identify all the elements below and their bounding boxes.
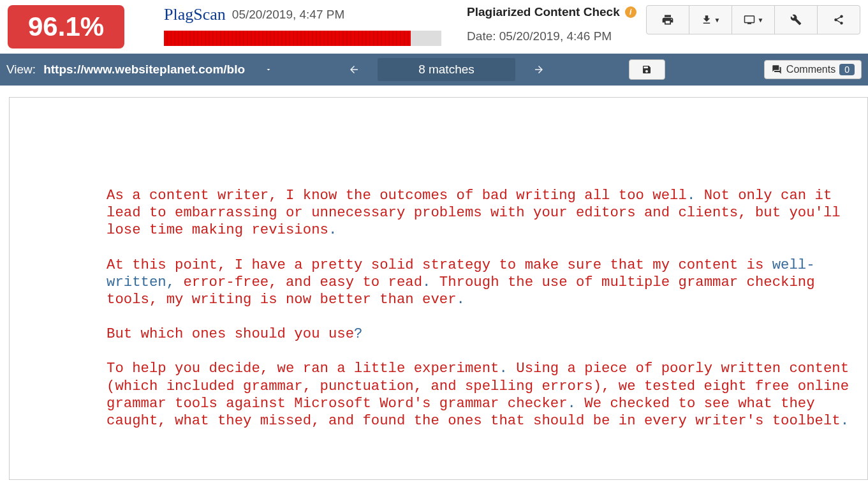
- title-column: Plagiarized Content Check i Date: 05/20/…: [467, 5, 636, 43]
- scan-timestamp: 05/20/2019, 4:47 PM: [232, 8, 344, 22]
- matches-button[interactable]: 8 matches: [378, 58, 515, 81]
- neutral-text[interactable]: .: [328, 221, 337, 238]
- plagiarized-text[interactable]: error-free, and easy to read: [175, 274, 422, 290]
- share-icon: [833, 14, 844, 26]
- paragraph: But which ones should you use?: [107, 325, 855, 343]
- action-toolbar: ▼ ▼: [646, 5, 860, 34]
- comments-count-badge: 0: [839, 64, 855, 75]
- document-area: As a content writer, I know the outcomes…: [0, 86, 868, 480]
- neutral-text[interactable]: ?: [354, 325, 362, 342]
- neutral-text[interactable]: .: [499, 360, 508, 377]
- monitor-icon: [743, 14, 756, 26]
- arrow-left-icon: [348, 64, 360, 75]
- logo-column: PlagScan 05/20/2019, 4:47 PM: [164, 5, 441, 46]
- wrench-icon: [790, 14, 802, 26]
- settings-button[interactable]: [774, 5, 818, 34]
- progress-bar-fill: [164, 31, 411, 46]
- comments-icon: [771, 64, 783, 75]
- save-button[interactable]: [629, 59, 665, 80]
- comments-label: Comments: [786, 64, 835, 75]
- view-url[interactable]: https://www.websiteplanet.com/blo: [43, 63, 245, 77]
- neutral-text[interactable]: .: [422, 274, 430, 290]
- plagiarized-text[interactable]: At this point, I have a pretty solid str…: [107, 257, 772, 273]
- navbar: View: https://www.websiteplanet.com/blo …: [0, 54, 868, 86]
- print-button[interactable]: [646, 5, 689, 34]
- view-label: View:: [6, 63, 36, 77]
- plagiarized-text[interactable]: As a content writer, I know the outcomes…: [107, 187, 687, 204]
- plagiarized-text[interactable]: To help you decide, we ran a little expe…: [107, 360, 499, 377]
- paragraph: At this point, I have a pretty solid str…: [107, 257, 855, 309]
- prev-match-button[interactable]: [337, 64, 371, 75]
- document-title: Plagiarized Content Check: [467, 5, 620, 19]
- neutral-text[interactable]: .: [457, 291, 465, 308]
- neutral-text[interactable]: .: [841, 412, 849, 429]
- download-icon: [701, 14, 712, 26]
- info-icon[interactable]: i: [625, 6, 636, 18]
- paragraph: To help you decide, we ran a little expe…: [107, 360, 855, 430]
- share-button[interactable]: [817, 5, 860, 34]
- plagscan-logo: PlagScan: [164, 5, 226, 24]
- document-content: As a content writer, I know the outcomes…: [9, 97, 868, 480]
- plagiarized-text[interactable]: But which ones should you use: [107, 325, 354, 342]
- document-date: Date: 05/20/2019, 4:46 PM: [467, 29, 636, 43]
- download-button[interactable]: ▼: [689, 5, 732, 34]
- chevron-down-icon: [263, 66, 274, 73]
- header: 96.1% PlagScan 05/20/2019, 4:47 PM Plagi…: [0, 0, 868, 54]
- comments-button[interactable]: Comments 0: [764, 60, 862, 79]
- url-dropdown[interactable]: [251, 66, 286, 73]
- print-icon: [661, 13, 674, 26]
- display-button[interactable]: ▼: [732, 5, 775, 34]
- plagiarism-percentage-badge: 96.1%: [8, 5, 124, 49]
- save-icon: [642, 64, 652, 75]
- next-match-button[interactable]: [522, 64, 556, 75]
- progress-bar: [164, 31, 441, 46]
- arrow-right-icon: [533, 64, 545, 75]
- neutral-text[interactable]: .: [568, 395, 576, 412]
- neutral-text[interactable]: .: [687, 187, 695, 204]
- paragraph: As a content writer, I know the outcomes…: [107, 187, 855, 239]
